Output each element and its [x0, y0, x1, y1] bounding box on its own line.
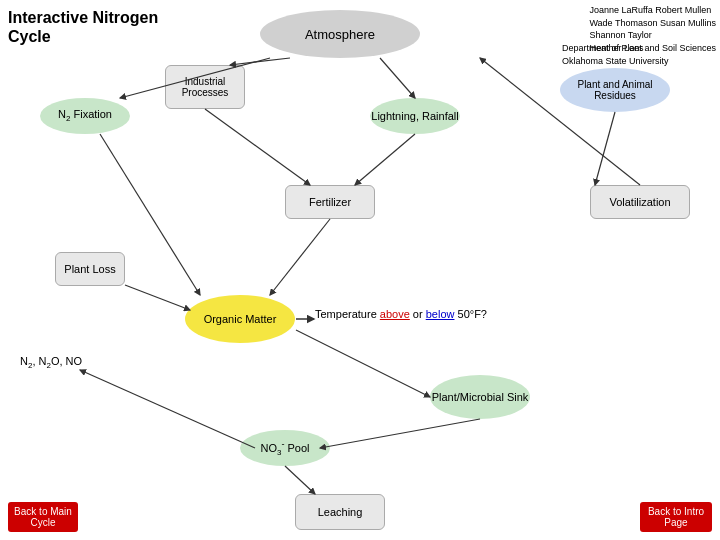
svg-line-8 — [320, 419, 480, 448]
industrial-processes-node[interactable]: Industrial Processes — [165, 65, 245, 109]
no3-pool-node[interactable]: NO3- Pool — [240, 430, 330, 466]
svg-line-13 — [595, 112, 615, 185]
svg-line-10 — [80, 370, 255, 448]
n2-gases-label: N2, N2O, NO — [20, 355, 82, 370]
plant-microbial-sink-node[interactable]: Plant/Microbial Sink — [430, 375, 530, 419]
atmosphere-node[interactable]: Atmosphere — [260, 10, 420, 58]
temp-below-link[interactable]: below — [426, 308, 455, 320]
back-main-button[interactable]: Back to Main Cycle — [8, 502, 78, 532]
svg-line-1 — [380, 58, 415, 98]
plant-animal-residues-node[interactable]: Plant and Animal Residues — [560, 68, 670, 112]
svg-line-11 — [296, 330, 430, 397]
temperature-text: Temperature above or below 50°F? — [315, 308, 487, 320]
department-info: Department of Plant and Soil Sciences Ok… — [562, 42, 716, 67]
plant-loss-node[interactable]: Plant Loss — [55, 252, 125, 286]
fertilizer-node[interactable]: Fertilizer — [285, 185, 375, 219]
lightning-rainfall-node[interactable]: Lightning, Rainfall — [370, 98, 460, 134]
back-intro-button[interactable]: Back to Intro Page — [640, 502, 712, 532]
svg-line-4 — [355, 134, 415, 185]
temp-above-link[interactable]: above — [380, 308, 410, 320]
volatilization-node[interactable]: Volatilization — [590, 185, 690, 219]
organic-matter-node[interactable]: Organic Matter — [185, 295, 295, 343]
n2-fixation-node[interactable]: N2 Fixation — [40, 98, 130, 134]
svg-line-3 — [205, 109, 310, 185]
svg-line-6 — [270, 219, 330, 295]
svg-line-12 — [125, 285, 190, 310]
svg-line-9 — [285, 466, 315, 494]
page-title: Interactive Nitrogen Cycle — [8, 8, 178, 46]
svg-line-0 — [230, 58, 290, 65]
leaching-node[interactable]: Leaching — [295, 494, 385, 530]
